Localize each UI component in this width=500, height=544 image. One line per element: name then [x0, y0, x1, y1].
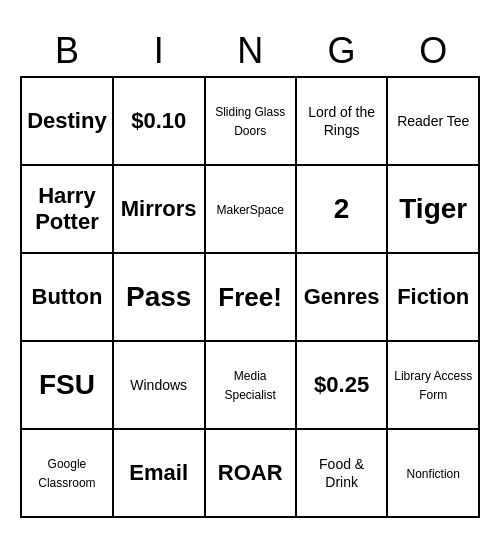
- bingo-cell: Windows: [113, 341, 205, 429]
- bingo-cell: Lord of the Rings: [296, 77, 388, 165]
- bingo-cell: Nonfiction: [387, 429, 479, 517]
- cell-label: MakerSpace: [216, 203, 283, 217]
- bingo-cell: Button: [21, 253, 113, 341]
- cell-label: 2: [334, 193, 350, 224]
- cell-label: Windows: [130, 377, 187, 393]
- cell-label: Genres: [304, 284, 380, 309]
- bingo-cell: Media Specialist: [205, 341, 296, 429]
- bingo-cell: ROAR: [205, 429, 296, 517]
- cell-label: Free!: [218, 282, 282, 312]
- cell-label: Mirrors: [121, 196, 197, 221]
- cell-label: Google Classroom: [38, 457, 95, 490]
- bingo-card: BINGO Destiny$0.10Sliding Glass DoorsLor…: [20, 26, 480, 518]
- cell-label: ROAR: [218, 460, 283, 485]
- cell-label: $0.10: [131, 108, 186, 133]
- cell-label: Nonfiction: [407, 467, 460, 481]
- cell-label: Harry Potter: [35, 183, 99, 234]
- bingo-cell: Google Classroom: [21, 429, 113, 517]
- bingo-cell: Harry Potter: [21, 165, 113, 253]
- bingo-row: Harry PotterMirrorsMakerSpace2Tiger: [21, 165, 479, 253]
- bingo-row: Google ClassroomEmailROARFood & DrinkNon…: [21, 429, 479, 517]
- cell-label: Reader Tee: [397, 113, 469, 129]
- cell-label: Tiger: [399, 193, 467, 224]
- cell-label: Pass: [126, 281, 191, 312]
- bingo-cell: Sliding Glass Doors: [205, 77, 296, 165]
- bingo-cell: Genres: [296, 253, 388, 341]
- bingo-cell: Pass: [113, 253, 205, 341]
- cell-label: Destiny: [27, 108, 106, 133]
- header-row: BINGO: [21, 26, 479, 77]
- bingo-cell: Free!: [205, 253, 296, 341]
- header-letter: O: [387, 26, 479, 77]
- header-letter: G: [296, 26, 388, 77]
- bingo-cell: 2: [296, 165, 388, 253]
- header-letter: N: [205, 26, 296, 77]
- bingo-cell: Destiny: [21, 77, 113, 165]
- bingo-cell: Mirrors: [113, 165, 205, 253]
- bingo-cell: Food & Drink: [296, 429, 388, 517]
- bingo-row: ButtonPassFree!GenresFiction: [21, 253, 479, 341]
- cell-label: Library Access Form: [394, 369, 472, 402]
- cell-label: Food & Drink: [319, 456, 364, 490]
- bingo-cell: Email: [113, 429, 205, 517]
- cell-label: Email: [129, 460, 188, 485]
- bingo-cell: $0.10: [113, 77, 205, 165]
- bingo-cell: FSU: [21, 341, 113, 429]
- cell-label: FSU: [39, 369, 95, 400]
- bingo-cell: Library Access Form: [387, 341, 479, 429]
- bingo-cell: Fiction: [387, 253, 479, 341]
- bingo-row: FSUWindowsMedia Specialist$0.25Library A…: [21, 341, 479, 429]
- cell-label: Media Specialist: [224, 369, 275, 402]
- cell-label: Lord of the Rings: [308, 104, 375, 138]
- cell-label: Fiction: [397, 284, 469, 309]
- header-letter: B: [21, 26, 113, 77]
- cell-label: Button: [32, 284, 103, 309]
- cell-label: $0.25: [314, 372, 369, 397]
- bingo-cell: Reader Tee: [387, 77, 479, 165]
- bingo-cell: Tiger: [387, 165, 479, 253]
- bingo-cell: MakerSpace: [205, 165, 296, 253]
- bingo-row: Destiny$0.10Sliding Glass DoorsLord of t…: [21, 77, 479, 165]
- header-letter: I: [113, 26, 205, 77]
- cell-label: Sliding Glass Doors: [215, 105, 285, 138]
- bingo-cell: $0.25: [296, 341, 388, 429]
